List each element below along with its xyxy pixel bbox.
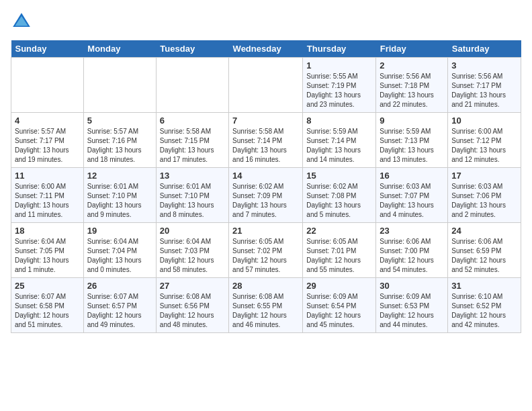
day-info: Sunrise: 5:56 AM Sunset: 7:17 PM Dayligh…	[451, 72, 517, 109]
logo-icon	[11, 11, 32, 32]
day-info: Sunrise: 6:05 AM Sunset: 7:01 PM Dayligh…	[306, 237, 372, 275]
day-number: 7	[232, 116, 299, 126]
calendar-cell: 15Sunrise: 6:02 AM Sunset: 7:08 PM Dayli…	[303, 168, 376, 223]
day-number: 15	[306, 171, 372, 181]
day-number: 29	[306, 281, 372, 291]
calendar-header-row: SundayMondayTuesdayWednesdayThursdayFrid…	[11, 40, 521, 58]
day-info: Sunrise: 6:05 AM Sunset: 7:02 PM Dayligh…	[232, 237, 299, 275]
day-number: 16	[380, 171, 444, 181]
day-info: Sunrise: 5:59 AM Sunset: 7:13 PM Dayligh…	[380, 127, 444, 165]
calendar-cell	[156, 58, 228, 113]
day-info: Sunrise: 6:03 AM Sunset: 7:06 PM Dayligh…	[451, 182, 517, 220]
calendar-cell	[11, 58, 84, 113]
calendar-cell: 5Sunrise: 5:57 AM Sunset: 7:16 PM Daylig…	[83, 113, 156, 168]
calendar-cell	[83, 58, 156, 113]
day-info: Sunrise: 6:04 AM Sunset: 7:03 PM Dayligh…	[160, 237, 225, 275]
day-info: Sunrise: 6:09 AM Sunset: 6:53 PM Dayligh…	[380, 292, 444, 330]
day-number: 1	[306, 60, 372, 71]
col-header-monday: Monday	[83, 40, 156, 58]
calendar-cell: 29Sunrise: 6:09 AM Sunset: 6:54 PM Dayli…	[303, 278, 376, 333]
day-number: 14	[232, 171, 299, 181]
day-info: Sunrise: 6:03 AM Sunset: 7:07 PM Dayligh…	[380, 182, 444, 220]
calendar-cell: 4Sunrise: 5:57 AM Sunset: 7:17 PM Daylig…	[11, 113, 84, 168]
day-number: 2	[380, 60, 444, 71]
calendar-week-5: 25Sunrise: 6:07 AM Sunset: 6:58 PM Dayli…	[11, 278, 521, 333]
calendar-cell: 13Sunrise: 6:01 AM Sunset: 7:10 PM Dayli…	[156, 168, 228, 223]
calendar-cell: 30Sunrise: 6:09 AM Sunset: 6:53 PM Dayli…	[376, 278, 448, 333]
calendar-cell: 21Sunrise: 6:05 AM Sunset: 7:02 PM Dayli…	[229, 223, 303, 278]
day-info: Sunrise: 6:06 AM Sunset: 6:59 PM Dayligh…	[451, 237, 517, 275]
day-number: 23	[380, 226, 444, 236]
day-info: Sunrise: 6:01 AM Sunset: 7:10 PM Dayligh…	[87, 182, 152, 220]
day-number: 10	[451, 116, 517, 126]
calendar-cell: 19Sunrise: 6:04 AM Sunset: 7:04 PM Dayli…	[83, 223, 156, 278]
calendar-cell: 24Sunrise: 6:06 AM Sunset: 6:59 PM Dayli…	[448, 223, 521, 278]
calendar-cell: 1Sunrise: 5:55 AM Sunset: 7:19 PM Daylig…	[303, 58, 376, 113]
day-info: Sunrise: 6:00 AM Sunset: 7:11 PM Dayligh…	[15, 182, 80, 220]
day-info: Sunrise: 6:04 AM Sunset: 7:05 PM Dayligh…	[15, 237, 80, 275]
calendar-week-4: 18Sunrise: 6:04 AM Sunset: 7:05 PM Dayli…	[11, 223, 521, 278]
day-info: Sunrise: 5:56 AM Sunset: 7:18 PM Dayligh…	[380, 72, 444, 109]
day-number: 19	[87, 226, 152, 236]
calendar-week-3: 11Sunrise: 6:00 AM Sunset: 7:11 PM Dayli…	[11, 168, 521, 223]
day-info: Sunrise: 5:55 AM Sunset: 7:19 PM Dayligh…	[306, 72, 372, 109]
col-header-friday: Friday	[376, 40, 448, 58]
day-info: Sunrise: 5:58 AM Sunset: 7:15 PM Dayligh…	[160, 127, 225, 165]
calendar-cell: 16Sunrise: 6:03 AM Sunset: 7:07 PM Dayli…	[376, 168, 448, 223]
day-number: 22	[306, 226, 372, 236]
day-info: Sunrise: 6:06 AM Sunset: 7:00 PM Dayligh…	[380, 237, 444, 275]
calendar-week-2: 4Sunrise: 5:57 AM Sunset: 7:17 PM Daylig…	[11, 113, 521, 168]
col-header-tuesday: Tuesday	[156, 40, 228, 58]
calendar-week-1: 1Sunrise: 5:55 AM Sunset: 7:19 PM Daylig…	[11, 58, 521, 113]
calendar-cell: 11Sunrise: 6:00 AM Sunset: 7:11 PM Dayli…	[11, 168, 84, 223]
day-number: 26	[87, 281, 152, 291]
calendar-cell: 22Sunrise: 6:05 AM Sunset: 7:01 PM Dayli…	[303, 223, 376, 278]
day-number: 17	[451, 171, 517, 181]
col-header-wednesday: Wednesday	[229, 40, 303, 58]
day-info: Sunrise: 5:59 AM Sunset: 7:14 PM Dayligh…	[306, 127, 372, 165]
day-number: 11	[15, 171, 80, 181]
day-number: 31	[451, 281, 517, 291]
col-header-saturday: Saturday	[448, 40, 521, 58]
day-info: Sunrise: 6:02 AM Sunset: 7:08 PM Dayligh…	[306, 182, 372, 220]
day-info: Sunrise: 6:00 AM Sunset: 7:12 PM Dayligh…	[451, 127, 517, 165]
calendar-cell: 23Sunrise: 6:06 AM Sunset: 7:00 PM Dayli…	[376, 223, 448, 278]
day-info: Sunrise: 5:57 AM Sunset: 7:17 PM Dayligh…	[15, 127, 80, 165]
calendar-cell: 2Sunrise: 5:56 AM Sunset: 7:18 PM Daylig…	[376, 58, 448, 113]
col-header-thursday: Thursday	[303, 40, 376, 58]
calendar-cell: 17Sunrise: 6:03 AM Sunset: 7:06 PM Dayli…	[448, 168, 521, 223]
page-header	[11, 11, 521, 32]
calendar-cell: 28Sunrise: 6:08 AM Sunset: 6:55 PM Dayli…	[229, 278, 303, 333]
day-info: Sunrise: 5:57 AM Sunset: 7:16 PM Dayligh…	[87, 127, 152, 165]
day-number: 20	[160, 226, 225, 236]
day-number: 9	[380, 116, 444, 126]
day-info: Sunrise: 6:08 AM Sunset: 6:55 PM Dayligh…	[232, 292, 299, 330]
day-info: Sunrise: 5:58 AM Sunset: 7:14 PM Dayligh…	[232, 127, 299, 165]
day-number: 5	[87, 116, 152, 126]
col-header-sunday: Sunday	[11, 40, 84, 58]
calendar-cell: 7Sunrise: 5:58 AM Sunset: 7:14 PM Daylig…	[229, 113, 303, 168]
day-number: 6	[160, 116, 225, 126]
day-number: 25	[15, 281, 80, 291]
day-number: 3	[451, 60, 517, 71]
day-number: 27	[160, 281, 225, 291]
day-info: Sunrise: 6:09 AM Sunset: 6:54 PM Dayligh…	[306, 292, 372, 330]
calendar-cell: 27Sunrise: 6:08 AM Sunset: 6:56 PM Dayli…	[156, 278, 228, 333]
calendar-cell: 26Sunrise: 6:07 AM Sunset: 6:57 PM Dayli…	[83, 278, 156, 333]
calendar-table: SundayMondayTuesdayWednesdayThursdayFrid…	[11, 40, 521, 333]
calendar-cell: 12Sunrise: 6:01 AM Sunset: 7:10 PM Dayli…	[83, 168, 156, 223]
calendar-cell: 25Sunrise: 6:07 AM Sunset: 6:58 PM Dayli…	[11, 278, 84, 333]
calendar-cell: 8Sunrise: 5:59 AM Sunset: 7:14 PM Daylig…	[303, 113, 376, 168]
day-number: 30	[380, 281, 444, 291]
day-info: Sunrise: 6:02 AM Sunset: 7:09 PM Dayligh…	[232, 182, 299, 220]
day-info: Sunrise: 6:04 AM Sunset: 7:04 PM Dayligh…	[87, 237, 152, 275]
day-number: 13	[160, 171, 225, 181]
calendar-cell	[229, 58, 303, 113]
day-info: Sunrise: 6:07 AM Sunset: 6:57 PM Dayligh…	[87, 292, 152, 330]
calendar-cell: 10Sunrise: 6:00 AM Sunset: 7:12 PM Dayli…	[448, 113, 521, 168]
day-number: 8	[306, 116, 372, 126]
day-number: 12	[87, 171, 152, 181]
calendar-cell: 20Sunrise: 6:04 AM Sunset: 7:03 PM Dayli…	[156, 223, 228, 278]
calendar-cell: 3Sunrise: 5:56 AM Sunset: 7:17 PM Daylig…	[448, 58, 521, 113]
day-number: 24	[451, 226, 517, 236]
